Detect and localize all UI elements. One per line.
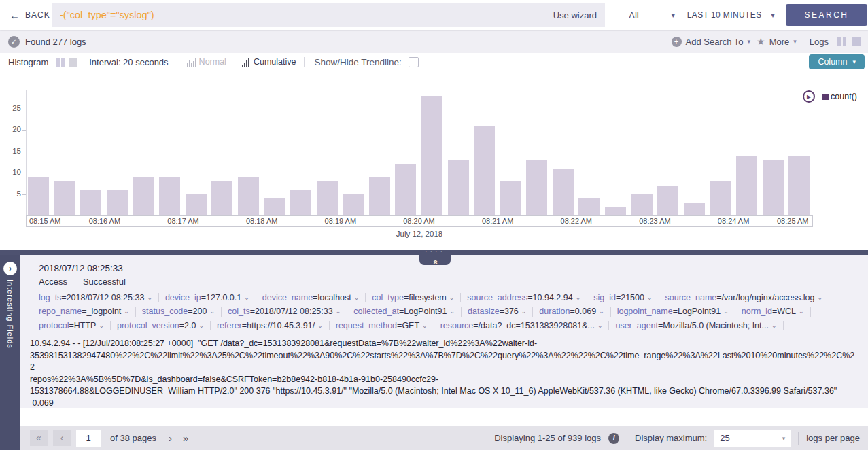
- histogram-bar[interactable]: [710, 181, 731, 215]
- chevron-down-icon: ▾: [748, 38, 751, 45]
- histogram-bar[interactable]: [28, 177, 49, 215]
- collapse-histogram-button[interactable]: «: [419, 255, 451, 265]
- info-icon[interactable]: i: [608, 433, 619, 444]
- histogram-bar[interactable]: [788, 156, 810, 215]
- repo-scope-dropdown[interactable]: All ▾: [629, 10, 674, 20]
- play-circle-icon[interactable]: ▶: [803, 90, 815, 103]
- chevron-down-icon: ⌄: [317, 322, 323, 329]
- logs-per-page-label: logs per page: [806, 433, 860, 443]
- histogram-bar[interactable]: [107, 190, 128, 215]
- search-input[interactable]: -("col_type"="syslog") Use wizard: [52, 3, 605, 27]
- histogram-bar[interactable]: [80, 190, 101, 215]
- x-axis-label: 08:16 AM: [89, 217, 120, 225]
- histogram-bar[interactable]: [186, 194, 207, 216]
- field-tag-collected_at[interactable]: collected_at=LogPoint91⌄: [353, 307, 462, 316]
- last-page-button[interactable]: »: [180, 432, 191, 444]
- check-circle-icon: ✓: [8, 36, 20, 48]
- histogram-bar[interactable]: [763, 160, 784, 215]
- trendline-checkbox[interactable]: [409, 57, 419, 67]
- chevron-down-icon: ⌄: [147, 294, 152, 301]
- field-tag-protocol[interactable]: protocol=HTTP⌄: [39, 321, 111, 330]
- histogram-bar[interactable]: [317, 181, 338, 215]
- found-logs-text: Found 277 logs: [25, 37, 86, 47]
- field-tag-sig_id[interactable]: sig_id=21500⌄: [593, 293, 659, 302]
- field-tag-duration[interactable]: duration=0.069⌄: [539, 307, 610, 316]
- y-axis-label: 5: [0, 190, 21, 198]
- field-tag-logpoint_name[interactable]: logpoint_name=LogPoint91⌄: [617, 307, 735, 316]
- histogram-bar[interactable]: [526, 160, 547, 215]
- histogram-bar[interactable]: [290, 190, 311, 215]
- top-right-group: All ▾ LAST 10 MINUTES ▾ SEARCH: [605, 4, 868, 26]
- field-tag-log_ts[interactable]: log_ts=2018/07/12 08:25:33⌄: [39, 293, 159, 302]
- field-tag-norm_id[interactable]: norm_id=WCL⌄: [742, 307, 811, 316]
- field-tag-request_method[interactable]: request_method=GET⌄: [336, 321, 434, 330]
- field-tag-repo_name[interactable]: repo_name=_logpoint⌄: [39, 307, 136, 316]
- field-tag-source_name[interactable]: source_name=/var/log/nginx/access.log⌄: [665, 293, 830, 302]
- separator: [304, 57, 305, 67]
- histogram-bar[interactable]: [474, 126, 495, 215]
- page-number-input[interactable]: [76, 430, 101, 447]
- time-range-dropdown[interactable]: LAST 10 MINUTES ▾: [687, 10, 775, 20]
- next-page-button[interactable]: ›: [166, 432, 175, 444]
- sidebar-expand-icon[interactable]: ›: [3, 262, 17, 275]
- histogram-bar[interactable]: [133, 177, 154, 215]
- histogram-bar[interactable]: [684, 203, 705, 215]
- chevron-down-icon: ⌄: [521, 308, 527, 315]
- field-tag-resource[interactable]: resource=/data?_dc=1531383928081&...⌄: [440, 321, 610, 330]
- more-dropdown[interactable]: ★ More ▾: [757, 36, 797, 47]
- prev-page-button[interactable]: ‹: [53, 430, 71, 446]
- histogram-bar[interactable]: [448, 160, 469, 215]
- field-tag-device_name[interactable]: device_name=localhost⌄: [262, 293, 366, 302]
- cumulative-mode-toggle[interactable]: Cumulative: [241, 58, 296, 67]
- x-axis-label: 08:18 AM: [246, 217, 277, 225]
- logs-full-view-icon[interactable]: [852, 37, 861, 46]
- histogram-bar[interactable]: [500, 181, 521, 215]
- field-tag-protocol_version[interactable]: protocol_version=2.0⌄: [117, 321, 211, 330]
- histogram-bar[interactable]: [159, 177, 180, 215]
- display-maximum-select[interactable]: 25 ▾: [714, 430, 791, 447]
- search-button[interactable]: SEARCH: [786, 4, 867, 26]
- histogram-bar[interactable]: [343, 194, 364, 216]
- logs-split-view-icon[interactable]: [837, 37, 846, 46]
- histogram-bar[interactable]: [395, 164, 416, 215]
- histogram-bar[interactable]: [54, 181, 75, 215]
- histogram-bar[interactable]: [657, 186, 678, 215]
- histogram-split-view-icon[interactable]: [56, 58, 65, 67]
- histogram-bar[interactable]: [421, 96, 442, 215]
- histogram-bar[interactable]: [369, 177, 390, 215]
- field-tag-user_agent[interactable]: user_agent=Mozilla/5.0 (Macintosh; Int..…: [615, 321, 783, 330]
- search-query-text[interactable]: -("col_type"="syslog"): [60, 10, 553, 20]
- histogram-full-view-icon[interactable]: [69, 58, 77, 67]
- first-page-button[interactable]: «: [30, 430, 48, 446]
- interesting-fields-sidebar[interactable]: › Interesting Fields: [0, 255, 20, 450]
- histogram-bar[interactable]: [238, 177, 259, 215]
- field-tag-device_ip[interactable]: device_ip=127.0.0.1⌄: [165, 293, 256, 302]
- histogram-bar[interactable]: [264, 198, 285, 215]
- drag-handle-dots-icon[interactable]: · · · ·: [0, 247, 868, 254]
- field-tag-referer[interactable]: referer=https://10.45.3.91/⌄: [217, 321, 330, 330]
- chevron-down-icon: ⌄: [336, 308, 341, 315]
- status-bar: ✓ Found 277 logs + Add Search To ▾ ★ Mor…: [0, 30, 868, 53]
- x-axis-label: 08:22 AM: [561, 217, 592, 225]
- chevron-down-icon: ⌄: [422, 322, 428, 329]
- field-tag-status_code[interactable]: status_code=200⌄: [142, 307, 222, 316]
- histogram-bar[interactable]: [578, 198, 600, 215]
- add-search-to-dropdown[interactable]: + Add Search To ▾: [672, 37, 751, 47]
- normal-mode-toggle[interactable]: Normal: [186, 58, 226, 67]
- histogram-bar[interactable]: [605, 207, 626, 215]
- field-tag-col_type[interactable]: col_type=filesystem⌄: [372, 293, 461, 302]
- interval-label: Interval: 20 seconds: [89, 57, 168, 67]
- field-tags: log_ts=2018/07/12 08:25:33⌄device_ip=127…: [39, 293, 858, 330]
- field-tag-source_address[interactable]: source_address=10.94.2.94⌄: [467, 293, 587, 302]
- back-button[interactable]: ← BACK: [0, 10, 52, 20]
- field-tag-col_ts[interactable]: col_ts=2018/07/12 08:25:33⌄: [228, 307, 347, 316]
- y-axis-tick: [22, 152, 26, 152]
- displaying-range-label: Displaying 1-25 of 939 logs: [494, 433, 601, 443]
- chart-type-column-button[interactable]: Column ▾: [809, 54, 865, 69]
- histogram-bar[interactable]: [736, 156, 757, 215]
- histogram-bar[interactable]: [631, 194, 653, 216]
- histogram-bar[interactable]: [553, 169, 574, 215]
- field-tag-datasize[interactable]: datasize=376⌄: [468, 307, 533, 316]
- histogram-bar[interactable]: [211, 181, 232, 215]
- use-wizard-link[interactable]: Use wizard: [553, 10, 597, 20]
